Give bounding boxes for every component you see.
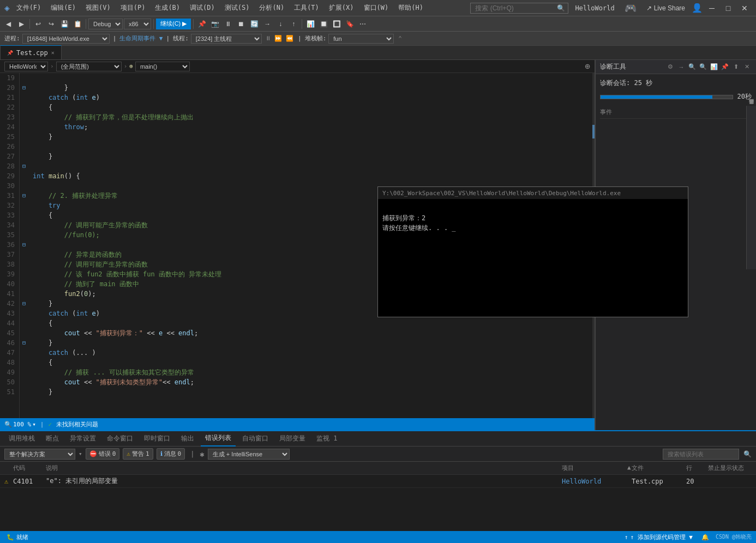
toolbar-back[interactable]: ◀ — [2, 18, 14, 30]
toolbar-step-over[interactable]: → — [261, 18, 273, 30]
info-badge[interactable]: ℹ 消息 0 — [157, 448, 185, 460]
menu-analyze[interactable]: 分析(N) — [255, 2, 289, 14]
header-project[interactable]: 项目 — [562, 464, 627, 472]
toolbar-pause[interactable]: ⏸ — [222, 18, 234, 30]
status-ready[interactable]: 🐛 就绪 — [4, 531, 31, 543]
tab-locals[interactable]: 局部变量 — [275, 431, 310, 447]
close-button[interactable]: ✕ — [737, 3, 752, 14]
continue-button[interactable]: 继续(C) ▶ — [156, 19, 191, 29]
platform-select[interactable]: x86 — [124, 19, 151, 29]
menu-project[interactable]: 项目(P) — [116, 2, 150, 14]
toolbar-undo[interactable]: ↩ — [32, 18, 44, 30]
minimize-button[interactable]: ─ — [705, 3, 719, 14]
menu-extensions[interactable]: 扩展(X) — [325, 2, 358, 14]
menu-edit[interactable]: 编辑(E) — [46, 2, 80, 14]
header-suppress[interactable]: 禁止显示状态 — [708, 464, 752, 472]
debug-config-select[interactable]: Debug — [88, 19, 123, 29]
tab-output[interactable]: 输出 — [177, 431, 199, 447]
tab-filename: Test.cpp — [16, 49, 48, 57]
diag-zoom-in-btn[interactable]: 🔍 — [687, 62, 697, 72]
toolbar-stop[interactable]: ⏹ — [235, 18, 247, 30]
toolbar-threads[interactable]: 🔳 — [331, 18, 343, 30]
toolbar-save-all[interactable]: 📋 — [71, 18, 83, 30]
fold-gutter: ⊟ ⊟ ⊟ — [20, 73, 28, 418]
toolbar-attach[interactable]: 📌 — [196, 18, 208, 30]
toolbar-restart[interactable]: 🔄 — [248, 18, 260, 30]
error-label: 错误 — [99, 450, 111, 458]
toolbar-bookmark[interactable]: 🔖 — [344, 18, 356, 30]
toolbar-save[interactable]: 💾 — [58, 18, 70, 30]
build-filter[interactable]: 生成 + IntelliSense — [208, 449, 290, 460]
diag-float-btn[interactable]: ⬆ — [731, 62, 741, 72]
diag-export-btn[interactable]: → — [676, 62, 686, 72]
tab-exception-settings[interactable]: 异常设置 — [65, 431, 100, 447]
global-search-input[interactable] — [470, 3, 568, 14]
diag-chart-btn[interactable]: 📊 — [709, 62, 719, 72]
sep3 — [153, 19, 154, 29]
debug-bar-expand[interactable]: ⌃ — [398, 35, 402, 42]
toolbar-step-into[interactable]: ↓ — [274, 18, 286, 30]
tab-command[interactable]: 命令窗口 — [103, 431, 137, 447]
diag-settings-btn[interactable]: ⚙ — [665, 62, 675, 72]
toolbar-step-out[interactable]: ↑ — [287, 18, 299, 30]
live-share-button[interactable]: ↗ Live Share — [642, 3, 689, 13]
menu-file[interactable]: 文件(F) — [12, 2, 46, 14]
menu-build[interactable]: 生成(B) — [151, 2, 184, 14]
header-desc[interactable]: 说明 — [46, 464, 562, 472]
notification-btn[interactable]: 🔔 — [699, 531, 711, 543]
menu-tools[interactable]: 工具(T) — [290, 2, 323, 14]
header-line[interactable]: 行 — [686, 464, 708, 472]
menu-help[interactable]: 帮助(H) — [394, 2, 428, 14]
tab-pin-icon: 📌 — [7, 50, 13, 56]
diag-close-btn[interactable]: ✕ — [742, 62, 752, 72]
tab-watch1[interactable]: 监视 1 — [312, 431, 341, 447]
error-row-0[interactable]: ⚠ C4101 "e": 未引用的局部变量 HelloWorld Test.cp… — [0, 475, 756, 488]
vs-logo: ◈ — [4, 3, 10, 13]
maximize-button[interactable]: □ — [721, 3, 735, 14]
zoom-level[interactable]: 🔍 100 % ▾ — [4, 421, 36, 428]
warn-badge[interactable]: ⚠ 警告 1 — [123, 448, 153, 460]
process-select[interactable]: [16848] HelloWorld.exe — [22, 34, 110, 44]
breadcrumb-scope-select[interactable]: (全局范围) — [56, 62, 122, 71]
menu-view[interactable]: 视图(V) — [81, 2, 115, 14]
toolbar-forward[interactable]: ▶ — [15, 18, 27, 30]
toolbar-screenshot[interactable]: 📷 — [209, 18, 221, 30]
menu-test[interactable]: 测试(S) — [220, 2, 254, 14]
diag-zoom-out-btn[interactable]: 🔍 — [698, 62, 708, 72]
tab-callstack[interactable]: 调用堆栈 — [4, 431, 39, 447]
bottom-tab-bar: 调用堆栈 断点 异常设置 命令窗口 即时窗口 输出 错误列表 自动窗口 局部变量… — [0, 431, 756, 447]
breadcrumb-fn-select[interactable]: main() — [135, 62, 190, 71]
tab-error-list[interactable]: 错误列表 — [201, 431, 236, 447]
warn-count: 1 — [146, 450, 149, 457]
diag-time-fill — [601, 95, 712, 99]
console-line2: 请按任意键继续. . . _ — [382, 224, 456, 232]
header-severity — [4, 464, 13, 472]
toolbar-memory[interactable]: 🔲 — [317, 18, 329, 30]
source-control-btn[interactable]: ↑ ↑ 添加到源代码管理 ▼ — [622, 531, 695, 543]
lifecycle-btn[interactable]: 生命周期事件 ▼ — [119, 34, 163, 43]
editor-expand-icon[interactable]: ⊕ — [585, 61, 590, 71]
tab-auto[interactable]: 自动窗口 — [238, 431, 273, 447]
tab-immediate[interactable]: 即时窗口 — [140, 431, 175, 447]
error-search-input[interactable] — [663, 449, 739, 460]
header-code[interactable]: 代码 — [13, 464, 46, 472]
menu-window[interactable]: 窗口(W) — [359, 2, 393, 14]
error-badge[interactable]: ⛔ 错误 0 — [86, 448, 120, 460]
tab-test-cpp[interactable]: 📌 Test.cpp ✕ — [0, 45, 62, 59]
breadcrumb-project-select[interactable]: HelloWorld — [4, 62, 48, 71]
diag-pin-btn[interactable]: 📌 — [720, 62, 730, 72]
header-file[interactable]: 文件 — [632, 464, 686, 472]
toolbar-more[interactable]: ⋯ — [357, 18, 369, 30]
toolbar-redo[interactable]: ↪ — [45, 18, 57, 30]
console-title-bar: Y:\002_WorkSpace\002_VS\HelloWorld\Hello… — [378, 187, 688, 199]
menu-debug[interactable]: 调试(D) — [185, 2, 219, 14]
callstack-select[interactable]: fun — [328, 34, 394, 44]
solution-filter[interactable]: 整个解决方案 — [4, 449, 75, 460]
tab-close-btn[interactable]: ✕ — [51, 50, 55, 56]
thread-select[interactable]: [2324] 主线程 — [191, 34, 262, 44]
search-icon: 🔍 — [557, 4, 565, 12]
tab-breakpoints[interactable]: 断点 — [41, 431, 63, 447]
main-toolbar: ◀ ▶ ↩ ↪ 💾 📋 Debug x86 继续(C) ▶ 📌 📷 ⏸ ⏹ 🔄 … — [0, 16, 756, 32]
sep-pipe1: | — [113, 35, 117, 42]
toolbar-performance[interactable]: 📊 — [304, 18, 316, 30]
